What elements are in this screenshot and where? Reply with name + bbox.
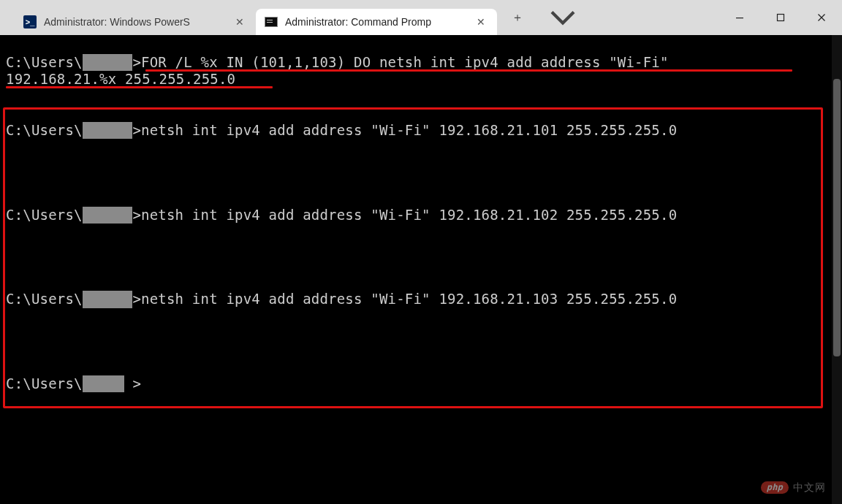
- close-icon[interactable]: ✕: [474, 16, 488, 28]
- svg-rect-0: [736, 18, 743, 18]
- cmd-icon: [265, 15, 278, 28]
- maximize-button[interactable]: [760, 0, 801, 35]
- watermark: php 中文网: [761, 481, 826, 494]
- watermark-badge: php: [761, 481, 789, 494]
- scrollbar-vertical[interactable]: [832, 35, 842, 504]
- svg-rect-1: [778, 15, 784, 21]
- tab-powershell[interactable]: >_ Administrator: Windows PowerS ✕: [15, 9, 256, 35]
- close-icon[interactable]: ✕: [232, 16, 247, 28]
- tab-strip: >_ Administrator: Windows PowerS ✕ Admin…: [0, 0, 497, 35]
- tab-cmd[interactable]: Administrator: Command Promp ✕: [256, 9, 497, 35]
- window-controls: [719, 0, 842, 35]
- powershell-icon: >_: [23, 15, 37, 28]
- minimize-icon: [735, 13, 744, 22]
- tab-dropdown-button[interactable]: [550, 4, 576, 31]
- annotation-underline: [6, 86, 273, 88]
- chevron-down-icon: [550, 4, 576, 31]
- watermark-text: 中文网: [793, 481, 826, 494]
- redacted-username: XXXXXX: [83, 54, 133, 71]
- titlebar: >_ Administrator: Windows PowerS ✕ Admin…: [0, 0, 842, 35]
- annotation-box: [3, 107, 823, 408]
- command-line-1: C:\Users\XXXXXX>FOR /L %x IN (101,1,103)…: [6, 54, 836, 71]
- command-line-2: 192.168.21.%x 255.255.255.0: [6, 71, 836, 88]
- tab-actions: ＋: [497, 0, 576, 35]
- close-button[interactable]: [801, 0, 842, 35]
- new-tab-button[interactable]: ＋: [504, 4, 531, 31]
- tab-title: Administrator: Windows PowerS: [44, 16, 225, 28]
- annotation-underline: [145, 69, 792, 72]
- close-icon: [817, 13, 826, 22]
- scrollbar-thumb[interactable]: [833, 79, 841, 356]
- terminal-viewport[interactable]: C:\Users\XXXXXX>FOR /L %x IN (101,1,103)…: [0, 35, 842, 504]
- terminal-window: >_ Administrator: Windows PowerS ✕ Admin…: [0, 0, 842, 504]
- maximize-icon: [776, 13, 785, 22]
- minimize-button[interactable]: [719, 0, 760, 35]
- tab-title: Administrator: Command Promp: [285, 16, 466, 28]
- blank-line: [6, 88, 836, 104]
